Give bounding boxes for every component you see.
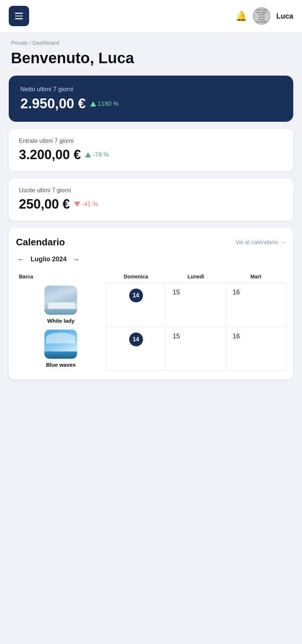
bell-icon[interactable]: 🔔: [235, 11, 247, 22]
income-card-value: 3.200,00 € -79 %: [19, 147, 283, 162]
income-card-badge-value: -79 %: [93, 151, 109, 158]
net-card-badge: 1180 %: [90, 100, 119, 108]
boat-image-white-lady: [44, 286, 77, 315]
white-lady-tuesday[interactable]: 16: [226, 283, 286, 327]
expense-card-label: Uscite ultimi 7 giorni: [19, 187, 283, 194]
username: Luca: [276, 12, 293, 20]
blue-waves-tuesday[interactable]: 16: [226, 327, 286, 371]
expense-card-badge-value: -41 %: [82, 201, 98, 208]
net-card-badge-value: 1180 %: [98, 100, 119, 108]
calendar-link-label: Vai al calendario: [235, 239, 278, 246]
calendar-nav: ← Luglio 2024 →: [16, 255, 286, 263]
net-card-value: 2.950,00 € 1180 %: [20, 96, 282, 112]
boat-cell-white-lady: White lady: [16, 283, 106, 327]
header: 🔔 Don't wastetime lambaprontoprontopront…: [0, 0, 302, 32]
net-card-label: Netto ultimi 7 giorni: [20, 86, 282, 93]
col-domenica: Domenica: [106, 271, 166, 283]
date-15-2: 15: [169, 330, 183, 343]
next-month-button[interactable]: →: [72, 255, 80, 263]
day-content: 14: [106, 283, 166, 326]
calendar-header: Calendario Vai al calendario →: [16, 237, 286, 248]
expense-card-amount: 250,00 €: [19, 197, 70, 212]
prev-month-button[interactable]: ←: [17, 255, 25, 263]
avatar: Don't wastetime lambaprontoprontoprontot…: [253, 7, 270, 25]
date-14-circle-2: 14: [129, 333, 143, 346]
income-card: Entrate ultimi 7 giorni 3.200,00 € -79 %: [9, 129, 293, 171]
calendar-title: Calendario: [16, 237, 65, 248]
calendar-link[interactable]: Vai al calendario →: [235, 239, 286, 246]
blue-waves-monday[interactable]: 15: [166, 327, 226, 371]
day-content: 16: [226, 327, 286, 370]
day-content: 15: [166, 327, 226, 370]
date-15-1: 15: [169, 286, 183, 299]
income-card-label: Entrate ultimi 7 giorni: [19, 138, 283, 144]
header-right: 🔔 Don't wastetime lambaprontoprontopront…: [235, 7, 293, 25]
col-barca: Barca: [16, 271, 106, 283]
avatar-text: Don't wastetime lambaprontoprontoprontot…: [255, 8, 268, 24]
date-14-circle-1: 14: [129, 289, 143, 302]
boat-name-white-lady: White lady: [47, 318, 75, 324]
main-content: Netto ultimi 7 giorni 2.950,00 € 1180 % …: [0, 76, 302, 379]
income-card-amount: 3.200,00 €: [19, 147, 81, 162]
breadcrumb: Private / Dashboard: [0, 32, 302, 46]
col-lunedi: Lunedì: [166, 271, 226, 283]
boat-info-blue-waves: Blue waves: [19, 330, 103, 368]
boat-name-blue-waves: Blue waves: [46, 362, 76, 368]
table-row: White lady 14 15: [16, 283, 286, 327]
table-row: Blue waves 14 15: [16, 327, 286, 371]
blue-waves-sunday[interactable]: 14: [106, 327, 166, 371]
date-16-2: 16: [229, 330, 243, 343]
calendar-table: Barca Domenica Lunedì Mart White lady: [16, 271, 286, 371]
boat-cell-blue-waves: Blue waves: [16, 327, 106, 371]
expense-card-value: 250,00 € -41 %: [19, 197, 283, 212]
boat-info-white-lady: White lady: [19, 286, 103, 324]
white-lady-sunday[interactable]: 14: [106, 283, 166, 327]
expense-card-badge: -41 %: [74, 201, 98, 208]
hamburger-icon: [15, 13, 23, 19]
menu-button[interactable]: [9, 6, 29, 26]
net-card: Netto ultimi 7 giorni 2.950,00 € 1180 %: [9, 76, 293, 122]
day-content: 15: [166, 283, 226, 326]
day-content: 14: [106, 327, 166, 370]
page-title: Benvenuto, Luca: [0, 46, 302, 76]
boat-image-blue-waves: [44, 330, 77, 359]
breadcrumb-separator: /: [29, 40, 32, 46]
expense-card: Uscite ultimi 7 giorni 250,00 € -41 %: [9, 178, 293, 221]
income-card-badge: -79 %: [85, 151, 109, 158]
date-16-1: 16: [229, 286, 243, 299]
col-martedi: Mart: [226, 271, 286, 283]
triangle-up-icon: [90, 101, 96, 106]
white-lady-monday[interactable]: 15: [166, 283, 226, 327]
triangle-down-icon: [74, 202, 80, 207]
month-label: Luglio 2024: [31, 255, 67, 263]
triangle-up-green-icon: [85, 152, 91, 157]
breadcrumb-current: Dashboard: [32, 40, 59, 46]
net-card-amount: 2.950,00 €: [20, 96, 86, 112]
calendar-section: Calendario Vai al calendario → ← Luglio …: [9, 228, 293, 379]
breadcrumb-parent[interactable]: Private: [11, 40, 28, 46]
arrow-right-icon: →: [280, 239, 286, 246]
day-content: 16: [226, 283, 286, 326]
